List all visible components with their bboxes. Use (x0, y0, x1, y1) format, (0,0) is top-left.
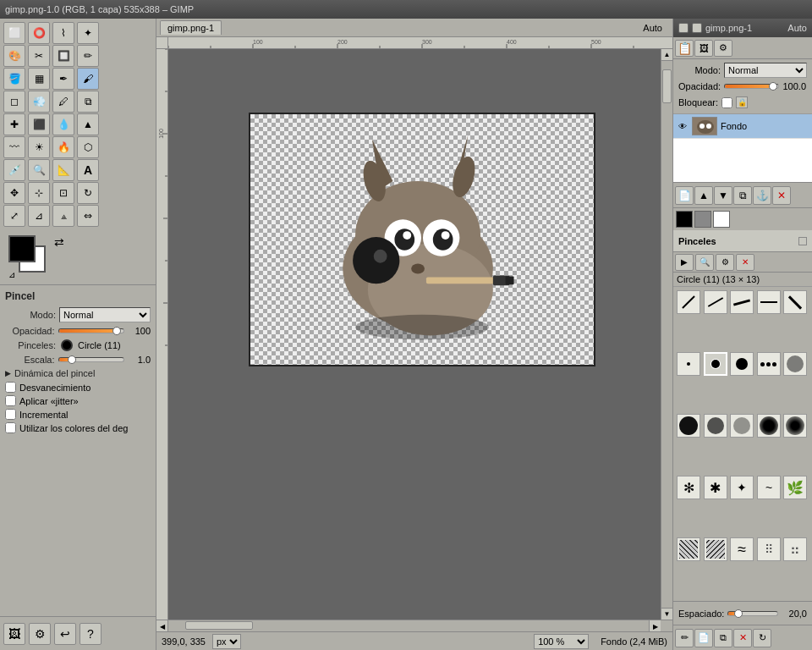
brush-cell-15[interactable] (783, 414, 807, 438)
brush-cell-5[interactable] (783, 290, 807, 314)
brushes-btn-4[interactable]: ✕ (736, 254, 754, 271)
tool-ink[interactable]: 🖊 (52, 91, 74, 113)
canvas-scroll-area[interactable] (168, 49, 661, 620)
tool-pencil[interactable]: ✒ (52, 68, 74, 90)
brush-refresh-btn[interactable]: ↻ (753, 629, 771, 647)
reset-colors-btn[interactable]: ⊿ (8, 270, 15, 279)
new-image-btn[interactable]: 🖼 (3, 623, 25, 645)
horizontal-scrollbar[interactable]: ◀ ▶ (156, 620, 672, 631)
brush-new-btn[interactable]: 📄 (694, 629, 713, 647)
lock-icon[interactable]: 🔒 (736, 96, 748, 108)
opacity-slider-thumb[interactable] (112, 327, 121, 335)
layers-tool-btn-3[interactable]: ⚙ (714, 40, 732, 57)
layers-tool-btn-2[interactable]: 🖼 (694, 40, 713, 57)
tool-shear[interactable]: ⊿ (28, 205, 50, 227)
scrollbar-thumb-v[interactable] (662, 69, 672, 103)
undo-btn[interactable]: ↩ (54, 623, 76, 645)
delete-layer-btn[interactable]: ✕ (772, 186, 791, 205)
tool-burn[interactable]: 🔥 (52, 136, 74, 158)
scroll-down-btn[interactable]: ▼ (661, 608, 672, 620)
brush-cell-12[interactable] (704, 414, 727, 438)
tool-eraser[interactable]: ◻ (3, 91, 25, 113)
duplicate-layer-btn[interactable]: ⧉ (733, 186, 752, 205)
brush-cell-1[interactable] (677, 290, 700, 314)
scale-slider[interactable] (58, 357, 124, 362)
tool-rotate[interactable]: ↻ (77, 182, 99, 204)
lower-layer-btn[interactable]: ▼ (714, 186, 732, 205)
swatch-grey[interactable] (694, 211, 711, 228)
preferences-btn[interactable]: ⚙ (29, 623, 51, 645)
scale-slider-thumb[interactable] (68, 355, 76, 364)
brushes-btn-1[interactable]: ▶ (675, 254, 694, 271)
mode-select[interactable]: Normal (59, 307, 151, 322)
scroll-right-btn[interactable]: ▶ (649, 620, 661, 632)
brush-cell-21[interactable] (677, 537, 700, 561)
tool-blend[interactable]: ▦ (28, 68, 50, 90)
layers-opacity-slider[interactable] (724, 84, 779, 89)
anchor-layer-btn[interactable]: ⚓ (753, 186, 771, 205)
brush-cell-10[interactable] (783, 352, 807, 376)
brush-cell-24[interactable]: ⠿ (757, 537, 781, 561)
dynamics-toggle[interactable]: ▶ Dinámica del pincel (5, 368, 151, 378)
brush-del-btn[interactable]: ✕ (733, 629, 752, 647)
tool-by-color-select[interactable]: 🎨 (3, 45, 25, 67)
brush-cell-14[interactable] (757, 414, 781, 438)
layers-tool-btn-1[interactable]: 📋 (675, 40, 694, 57)
swap-colors-btn[interactable]: ⇄ (54, 235, 64, 249)
layers-opacity-thumb[interactable] (769, 82, 777, 91)
vertical-scrollbar[interactable]: ▲ ▼ (661, 49, 672, 620)
help-btn[interactable]: ? (80, 623, 102, 645)
unit-select[interactable]: px (212, 634, 241, 649)
tool-heal[interactable]: ✚ (3, 113, 25, 135)
brush-cell-7-selected[interactable] (704, 352, 727, 376)
brush-cell-9[interactable] (757, 352, 781, 376)
tool-color-picker[interactable]: 💉 (3, 159, 25, 181)
brush-cell-16[interactable]: ✻ (677, 476, 700, 499)
image-tab[interactable]: gimp.png-1 (160, 20, 222, 35)
brush-preview-icon[interactable] (61, 339, 73, 351)
brush-cell-17[interactable]: ✱ (704, 476, 727, 499)
tool-blur[interactable]: 💧 (52, 113, 74, 135)
brush-cell-13[interactable] (730, 414, 754, 438)
brush-cell-18[interactable]: ✦ (730, 476, 754, 499)
brush-cell-11[interactable] (677, 414, 700, 438)
zoom-select[interactable]: 100 % (534, 634, 589, 649)
layers-mode-select[interactable]: Normal (724, 63, 807, 78)
tool-perspective-clone[interactable]: ⬛ (28, 113, 50, 135)
tool-clone[interactable]: ⧉ (77, 91, 99, 113)
tool-scale[interactable]: ⤢ (3, 205, 25, 227)
brushes-btn-2[interactable]: 🔍 (695, 254, 714, 271)
brushes-expand-btn[interactable] (798, 237, 807, 245)
tool-airbrush[interactable]: 💨 (28, 91, 50, 113)
layer-eye-icon[interactable]: 👁 (677, 120, 689, 132)
spacing-slider[interactable] (727, 611, 778, 616)
brush-cell-6[interactable] (677, 352, 700, 376)
swatch-white[interactable] (713, 211, 730, 228)
jitter-checkbox[interactable] (5, 395, 16, 406)
brush-cell-2[interactable] (704, 290, 727, 314)
tool-paths[interactable]: ✏ (77, 45, 99, 67)
lock-alpha-checkbox[interactable] (721, 97, 732, 108)
right-win-maximize-btn[interactable] (692, 23, 702, 33)
use-colors-checkbox[interactable] (5, 422, 16, 433)
brush-cell-3[interactable] (730, 290, 754, 314)
scrollbar-thumb-h[interactable] (185, 621, 253, 630)
tool-magnify[interactable]: 🔍 (28, 159, 50, 181)
tool-crop[interactable]: ⊡ (52, 182, 74, 204)
brush-cell-23[interactable]: ≈ (730, 537, 754, 561)
layer-item-fondo[interactable]: 👁 Fondo (673, 114, 812, 139)
tool-rect-select[interactable]: ⬜ (3, 22, 25, 44)
brush-dup-btn[interactable]: ⧉ (714, 629, 732, 647)
tool-fuzzy-select[interactable]: ✦ (77, 22, 99, 44)
right-win-minimize-btn[interactable] (678, 23, 689, 33)
brush-cell-4[interactable] (757, 290, 781, 314)
swatch-black[interactable] (676, 211, 693, 228)
tool-sharpen[interactable]: ▲ (77, 113, 99, 135)
tool-free-select[interactable]: ⌇ (52, 22, 74, 44)
tool-perspective[interactable]: ⟁ (52, 205, 74, 227)
brush-cell-22[interactable] (704, 537, 727, 561)
fade-checkbox[interactable] (5, 382, 16, 393)
incremental-checkbox[interactable] (5, 409, 16, 420)
tool-paint-bucket[interactable]: 🪣 (3, 68, 25, 90)
brush-cell-19[interactable]: ~ (757, 476, 781, 499)
